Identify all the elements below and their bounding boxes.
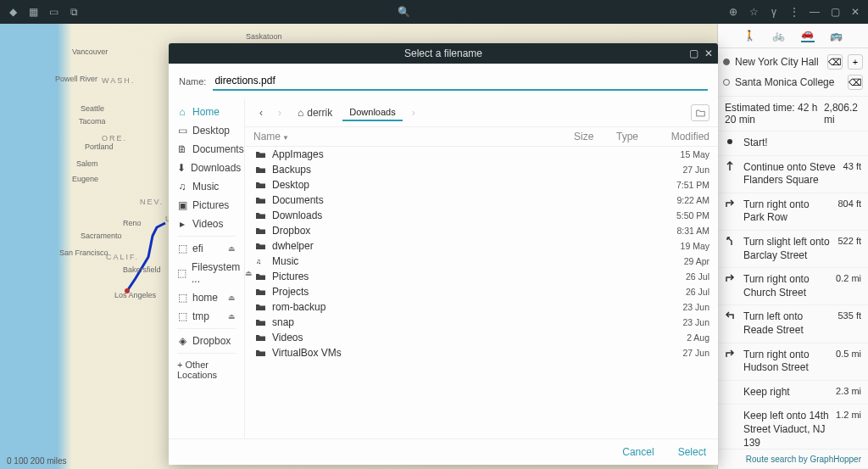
waypoint: New York City Hall⌫+ [718,52,868,72]
file-modified: 29 Apr [659,256,709,266]
file-row[interactable]: Pictures26 Jul [245,269,718,284]
step-text: Turn right onto Hudson Street [743,349,829,375]
crumb-current[interactable]: Downloads [342,104,402,121]
file-row[interactable]: Desktop7:51 PM [245,177,718,193]
city-label: Portland [85,142,114,151]
doc-icon: 🗎 [177,143,187,155]
mount-label: tmp [192,310,209,322]
disk-icon: ⬚ [177,267,186,279]
mount-item[interactable]: ⬚home⏏ [169,288,244,307]
mount-item[interactable]: ⬚tmp⏏ [169,307,244,326]
place-item[interactable]: 🗎Documents [169,140,244,159]
file-name: VirtualBox VMs [272,347,659,359]
nav-fwd-icon[interactable]: › [272,105,287,120]
folder-icon [253,150,267,159]
grid-icon[interactable]: ▦ [27,6,39,18]
file-row[interactable]: VirtualBox VMs27 Jun [245,345,718,360]
place-item[interactable]: ▭Desktop [169,121,244,140]
file-name: rom-backup [272,301,659,313]
directions-steps[interactable]: Start!Continue onto Steve Flanders Squar… [718,131,868,449]
cloud-item[interactable]: ◈Dropbox [169,332,244,350]
disk-icon: ⬚ [177,310,187,322]
place-item[interactable]: ⌂Home [169,103,244,121]
file-row[interactable]: snap23 Jun [245,315,718,330]
direction-step[interactable]: Turn right onto Hudson Street0.5 mi [718,343,868,381]
mount-item[interactable]: ⬚Filesystem ...⏏ [169,258,244,288]
file-list-header: Name▼ Size Type Modified [245,127,718,147]
direction-step[interactable]: Turn left onto Reade Street535 ft [718,305,868,343]
minimize-icon[interactable]: — [809,6,821,18]
route-provider[interactable]: Route search by GraphHopper [718,449,868,469]
step-distance: 0.2 mi [836,273,861,283]
file-row[interactable]: Projects26 Jul [245,284,718,299]
walk-mode-icon[interactable]: 🚶 [743,29,757,42]
file-row[interactable]: ♫Music29 Apr [245,254,718,269]
step-text: Keep left onto 14th Street Viaduct, NJ 1… [743,410,829,449]
file-row[interactable]: dwhelper19 May [245,238,718,254]
filename-input[interactable] [213,72,708,91]
step-text: Keep right [743,386,829,399]
place-item[interactable]: ⬇Downloads [169,159,244,177]
nav-back-icon[interactable]: ‹ [253,105,269,120]
window-icon[interactable]: ▭ [47,6,59,18]
file-row[interactable]: Downloads5:50 PM [245,208,718,223]
transit-mode-icon[interactable]: 🚌 [830,29,843,42]
filter-icon[interactable]: γ [768,6,780,18]
place-label: Desktop [192,125,230,137]
dialog-close-icon[interactable]: ✕ [703,47,715,59]
step-text: Start! [743,137,854,150]
select-button[interactable]: Select [678,446,706,458]
file-row[interactable]: Dropbox8:31 AM [245,223,718,238]
eject-icon[interactable]: ⏏ [228,293,236,302]
col-name[interactable]: Name▼ [253,131,574,142]
step-distance: 1.2 mi [836,410,861,420]
file-row[interactable]: Documents9:22 AM [245,193,718,208]
new-folder-button[interactable] [691,104,709,121]
direction-step[interactable]: Turn slight left onto Barclay Street522 … [718,231,868,268]
search-icon[interactable]: 🔍 [398,6,410,18]
place-item[interactable]: ▸Videos [169,215,244,233]
bike-mode-icon[interactable]: 🚲 [772,29,786,42]
mount-item[interactable]: ⬚efi⏏ [169,239,244,258]
col-type[interactable]: Type [616,131,659,142]
direction-step[interactable]: Keep right2.3 mi [718,381,868,405]
place-item[interactable]: ♫Music [169,177,244,196]
globe-icon[interactable]: ⊕ [727,6,739,18]
star-icon[interactable]: ☆ [748,6,760,18]
waypoint-add-button[interactable]: + [848,54,863,70]
dialog-maximize-icon[interactable]: ▢ [687,47,699,59]
waypoint-remove-button[interactable]: ⌫ [827,54,843,70]
step-text: Turn slight left onto Barclay Street [743,236,831,262]
app-menu-icon[interactable]: ◆ [7,6,19,18]
file-row[interactable]: rom-backup23 Jun [245,299,718,315]
direction-step[interactable]: Continue onto Steve Flanders Square43 ft [718,156,868,193]
file-name: snap [272,316,659,328]
file-row[interactable]: Videos2 Aug [245,330,718,345]
waypoint-remove-button[interactable]: ⌫ [848,75,863,90]
cancel-button[interactable]: Cancel [622,446,654,458]
car-mode-icon[interactable]: 🚗 [801,29,815,42]
crumb-next-icon[interactable]: › [406,105,421,120]
folder-icon [253,318,267,327]
eject-icon[interactable]: ⏏ [228,244,236,253]
maximize-icon[interactable]: ▢ [829,6,841,18]
more-icon[interactable]: ⋮ [788,6,800,18]
city-label: San Francisco [59,248,108,257]
crumb-home[interactable]: ⌂derrik [291,104,339,121]
col-size[interactable]: Size [574,131,616,142]
direction-step[interactable]: Keep left onto 14th Street Viaduct, NJ 1… [718,405,868,449]
col-modified[interactable]: Modified [659,131,709,142]
direction-step[interactable]: Turn right onto Park Row804 ft [718,193,868,231]
file-row[interactable]: AppImages15 May [245,147,718,162]
direction-step[interactable]: Start! [718,131,868,156]
place-item[interactable]: ▣Pictures [169,196,244,215]
direction-step[interactable]: Turn right onto Church Street0.2 mi [718,268,868,305]
eject-icon[interactable]: ⏏ [228,312,236,321]
other-locations[interactable]: + Other Locations [169,356,244,383]
close-icon[interactable]: ✕ [849,6,861,18]
file-row[interactable]: Backups27 Jun [245,162,718,177]
file-list[interactable]: AppImages15 MayBackups27 JunDesktop7:51 … [245,147,718,438]
file-modified: 26 Jul [659,271,709,282]
file-modified: 27 Jun [659,348,709,358]
copy-icon[interactable]: ⧉ [68,6,80,18]
